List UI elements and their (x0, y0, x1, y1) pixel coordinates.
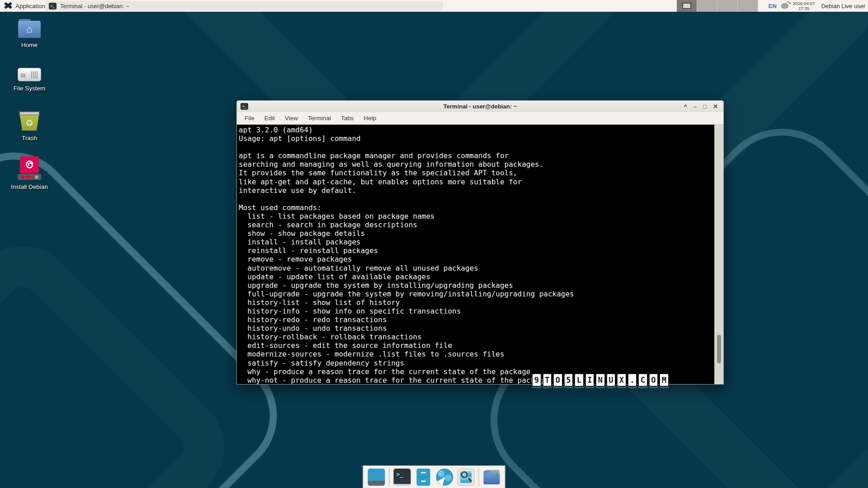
desktop-icon-home[interactable]: ⌂ Home (5, 19, 54, 48)
terminal-icon[interactable]: >_ (241, 103, 248, 110)
debian-installer-icon (18, 156, 41, 180)
panel-status-area: EN 2026-04-07 17:35 Debian Live user (769, 0, 865, 12)
watermark-tile: X (617, 373, 627, 387)
session-user-label: Debian Live user (821, 3, 865, 9)
close-button[interactable]: ✕ (713, 101, 718, 112)
watermark-tile: N (595, 373, 605, 387)
watermark-tile: I (585, 373, 595, 387)
window-titlebar[interactable]: Terminal - user@debian: ~ >_ ^ – □ ✕ (237, 101, 723, 112)
shade-button[interactable]: ^ (684, 101, 687, 112)
keyboard-layout-indicator[interactable]: EN (769, 3, 777, 9)
window-title: Terminal - user@debian: ~ (237, 103, 723, 110)
desktop-icon-trash[interactable]: ♻ Trash (5, 111, 54, 141)
watermark-tile: U (606, 373, 616, 387)
workspace-4[interactable] (738, 0, 758, 12)
workspace-window-thumbnail (682, 3, 691, 9)
dock-separator (389, 468, 390, 486)
terminal-window: Terminal - user@debian: ~ >_ ^ – □ ✕ Fil… (236, 100, 724, 385)
workspace-2[interactable] (697, 0, 717, 12)
watermark-tile: 5 (564, 373, 574, 387)
panel-date: 2026-04-07 (793, 1, 815, 6)
watermark-tile: O (649, 373, 659, 387)
dock-separator (479, 468, 479, 486)
watermark-tile: M (659, 373, 669, 387)
terminal-output[interactable]: apt 3.2.0 (amd64) Usage: apt [options] c… (237, 125, 714, 384)
menu-edit[interactable]: Edit (259, 115, 280, 122)
menu-help[interactable]: Help (359, 115, 382, 122)
menu-file[interactable]: File (240, 115, 259, 122)
terminal-launcher-icon[interactable]: >_ (394, 469, 411, 486)
xfce-logo-icon (4, 2, 13, 10)
watermark-tile: C (638, 373, 648, 387)
trash-can-icon: ♻ (19, 111, 40, 131)
menu-view[interactable]: View (280, 115, 303, 122)
menu-terminal[interactable]: Terminal (303, 115, 336, 122)
panel-clock[interactable]: 2026-04-07 17:35 (793, 1, 815, 11)
workspace-switcher (677, 0, 758, 12)
desktop-icon-label: Install Debian (11, 183, 48, 190)
menu-tabs[interactable]: Tabs (336, 115, 359, 122)
desktop-icon-label: Trash (22, 135, 37, 141)
watermark-tile: O (553, 373, 563, 387)
workspace-1[interactable] (677, 0, 697, 12)
maximize-button[interactable]: □ (703, 101, 707, 112)
applications-menu-label: Applications (15, 3, 48, 9)
workspace-3[interactable] (717, 0, 738, 12)
watermark-tile: 9 (532, 373, 542, 387)
file-manager-icon[interactable] (483, 469, 500, 486)
web-browser-icon[interactable] (436, 469, 453, 486)
minimize-button[interactable]: – (693, 101, 697, 112)
desktop-icon-filesystem[interactable]: File System (5, 64, 54, 92)
watermark-9to5linux: 9 T O 5 L I N U X . C O M (532, 373, 669, 387)
app-finder-icon[interactable] (458, 469, 475, 486)
taskbar-window-label: Terminal - user@debian: ~ (60, 3, 129, 9)
terminal-glyph: >_ (396, 471, 404, 478)
hard-drive-icon (18, 68, 41, 81)
taskbar-window-button[interactable]: >_ Terminal - user@debian: ~ (45, 1, 443, 11)
panel-time: 17:35 (798, 6, 809, 11)
desktop-icon-label: File System (14, 85, 46, 92)
terminal-menubar: File Edit View Terminal Tabs Help (237, 112, 723, 124)
bottom-dock: >_ (363, 465, 505, 488)
applications-menu-button[interactable]: Applications (0, 0, 52, 12)
watermark-tile: L (574, 373, 584, 387)
desktop-icon-install-debian[interactable]: Install Debian (5, 156, 54, 190)
desktop-icon-label: Home (21, 42, 38, 48)
terminal-icon: >_ (49, 3, 57, 9)
file-cabinet-icon[interactable] (417, 469, 430, 486)
top-panel: Applications ⁞ >_ Terminal - user@debian… (0, 0, 868, 12)
watermark-tile: . (627, 373, 637, 387)
home-folder-icon: ⌂ (18, 19, 41, 38)
terminal-scrollbar[interactable] (714, 125, 723, 384)
scrollbar-handle[interactable] (717, 335, 721, 363)
watermark-tile: T (542, 373, 552, 387)
show-desktop-icon[interactable] (368, 469, 385, 486)
keyboard-layout-icon[interactable] (781, 3, 788, 9)
